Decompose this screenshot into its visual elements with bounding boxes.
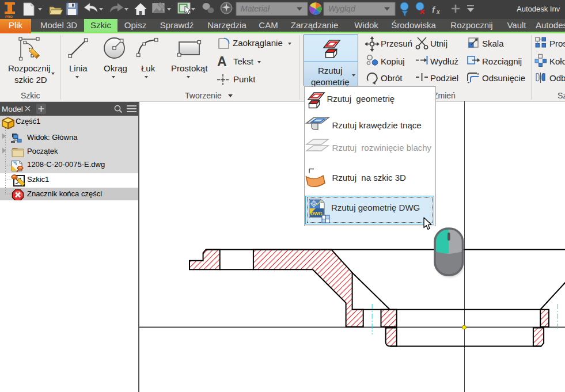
svg-text:DWG: DWG	[310, 211, 323, 216]
svg-text:A: A	[217, 54, 227, 69]
svg-text:f: f	[432, 5, 436, 14]
svg-text:Wygląd: Wygląd	[328, 4, 356, 13]
svg-text:Materiał: Materiał	[241, 4, 270, 13]
svg-text:Model: Model	[2, 105, 23, 113]
svg-text:PRO: PRO	[5, 15, 13, 18]
svg-text:x: x	[436, 9, 440, 15]
